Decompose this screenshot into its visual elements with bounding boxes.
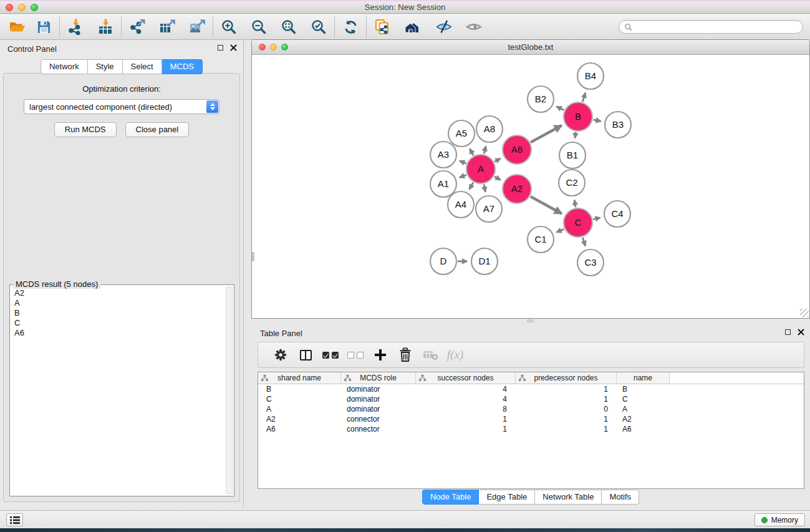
column-header-predecessor-nodes[interactable]: predecessor nodes (516, 372, 617, 384)
show-all-network-views-icon[interactable] (401, 16, 427, 37)
result-item-a6[interactable]: A6 (11, 328, 224, 338)
network-minimize-button[interactable] (270, 44, 277, 51)
zoom-in-icon[interactable] (218, 16, 240, 37)
tab-select[interactable]: Select (123, 59, 162, 74)
hide-panels-icon[interactable] (431, 16, 457, 37)
node-B2[interactable]: B2 (528, 86, 554, 112)
result-item-b[interactable]: B (11, 308, 224, 318)
node-D[interactable]: D (430, 248, 456, 274)
table-row-a6[interactable]: A6connector11A6 (258, 424, 804, 434)
zoom-window-button[interactable] (31, 4, 38, 11)
node-A[interactable]: A (466, 155, 495, 183)
edge-C-C1[interactable] (557, 229, 564, 232)
edge-A-A2[interactable] (494, 177, 501, 180)
edge-A-A8[interactable] (484, 146, 486, 153)
node-B4[interactable]: B4 (577, 63, 604, 89)
edge-A2-C[interactable] (531, 196, 562, 213)
node-C4[interactable]: C4 (604, 201, 630, 227)
new-network-from-selection-icon[interactable] (371, 16, 393, 37)
close-window-button[interactable] (6, 4, 13, 11)
node-C1[interactable]: C1 (528, 226, 554, 253)
column-header-MCDS-role[interactable]: MCDS role (341, 372, 416, 384)
node-A6[interactable]: A6 (503, 135, 531, 164)
result-item-a[interactable]: A (11, 298, 224, 308)
edge-C-C2[interactable] (574, 200, 576, 208)
table-row-b[interactable]: Bdominator41B (258, 384, 804, 394)
table-row-a[interactable]: Adominator80A (258, 404, 804, 414)
float-panel-icon[interactable] (218, 45, 223, 51)
close-panel-icon[interactable] (230, 44, 237, 51)
table-row-c[interactable]: Cdominator41C (258, 394, 804, 404)
edge-C-C3[interactable] (583, 238, 586, 246)
select-all-columns-icon[interactable] (318, 344, 343, 365)
export-table-icon[interactable] (156, 16, 178, 37)
open-session-icon[interactable] (6, 16, 29, 37)
save-session-icon[interactable] (32, 16, 55, 37)
close-panel-button[interactable]: Close panel (125, 122, 190, 137)
result-item-c[interactable]: C (11, 318, 224, 328)
import-table-icon[interactable] (94, 16, 117, 37)
table-tab-motifs[interactable]: Motifs (602, 490, 639, 505)
search-input[interactable] (635, 22, 798, 31)
minimize-window-button[interactable] (18, 4, 26, 11)
column-header-shared-name[interactable]: shared name (258, 372, 341, 384)
node-A7[interactable]: A7 (476, 196, 502, 222)
tab-network[interactable]: Network (41, 59, 88, 74)
memory-button[interactable]: Memory (755, 513, 805, 526)
column-header-name[interactable]: name (617, 372, 670, 384)
export-image-icon[interactable] (186, 16, 208, 37)
result-scrollbar[interactable] (226, 287, 233, 494)
edge-A-A5[interactable] (470, 149, 473, 155)
result-item-a2[interactable]: A2 (11, 288, 224, 298)
edge-A-A6[interactable] (494, 158, 501, 162)
show-columns-icon[interactable] (293, 344, 318, 365)
table-row-a2[interactable]: A2connector11A2 (258, 414, 804, 424)
edge-C-C4[interactable] (593, 218, 600, 220)
resize-grip[interactable] (800, 309, 809, 317)
edge-B-B3[interactable] (594, 120, 601, 121)
node-B1[interactable]: B1 (559, 142, 586, 168)
zoom-selected-icon[interactable] (307, 16, 330, 37)
table-tab-network-table[interactable]: Network Table (535, 490, 602, 505)
tab-mcds[interactable]: MCDS (162, 59, 203, 74)
edge-A-A7[interactable] (484, 185, 485, 192)
node-C[interactable]: C (564, 208, 592, 237)
node-A5[interactable]: A5 (448, 120, 475, 147)
run-mcds-button[interactable]: Run MCDS (54, 122, 117, 137)
node-A4[interactable]: A4 (448, 191, 474, 218)
node-D1[interactable]: D1 (471, 248, 498, 274)
node-B[interactable]: B (564, 102, 592, 131)
close-table-panel-icon[interactable] (798, 329, 804, 336)
network-close-button[interactable] (259, 44, 266, 51)
table-settings-gear-icon[interactable] (268, 344, 293, 365)
edge-A-A4[interactable] (470, 183, 473, 190)
node-C2[interactable]: C2 (559, 170, 585, 196)
zoom-fit-icon[interactable] (277, 16, 300, 37)
task-history-button[interactable] (6, 513, 23, 526)
node-A2[interactable]: A2 (503, 175, 531, 203)
unselect-all-columns-icon[interactable] (343, 344, 368, 365)
edge-A-A3[interactable] (460, 161, 466, 163)
edge-B-B4[interactable] (582, 93, 585, 102)
edge-B-B2[interactable] (556, 107, 564, 110)
edge-B-B1[interactable] (575, 132, 576, 138)
import-network-icon[interactable] (64, 16, 87, 37)
edge-A6-B[interactable] (531, 125, 562, 142)
refresh-icon[interactable] (339, 16, 362, 37)
edge-A-A1[interactable] (460, 175, 466, 177)
zoom-out-icon[interactable] (248, 16, 270, 37)
node-C3[interactable]: C3 (577, 249, 604, 276)
node-A8[interactable]: A8 (476, 116, 503, 142)
network-zoom-button[interactable] (281, 44, 288, 51)
table-tab-edge-table[interactable]: Edge Table (479, 490, 535, 505)
network-hscrollbar[interactable] (527, 319, 534, 322)
node-B3[interactable]: B3 (605, 112, 631, 138)
node-A1[interactable]: A1 (430, 171, 456, 197)
node-A3[interactable]: A3 (430, 142, 456, 168)
tab-style[interactable]: Style (88, 59, 123, 74)
network-vscrollbar[interactable] (252, 252, 254, 261)
create-column-icon[interactable] (368, 344, 393, 365)
optimization-criterion-select[interactable]: largest connected component (directed) (24, 99, 219, 114)
export-network-icon[interactable] (126, 16, 148, 37)
show-panels-icon[interactable] (461, 16, 487, 37)
